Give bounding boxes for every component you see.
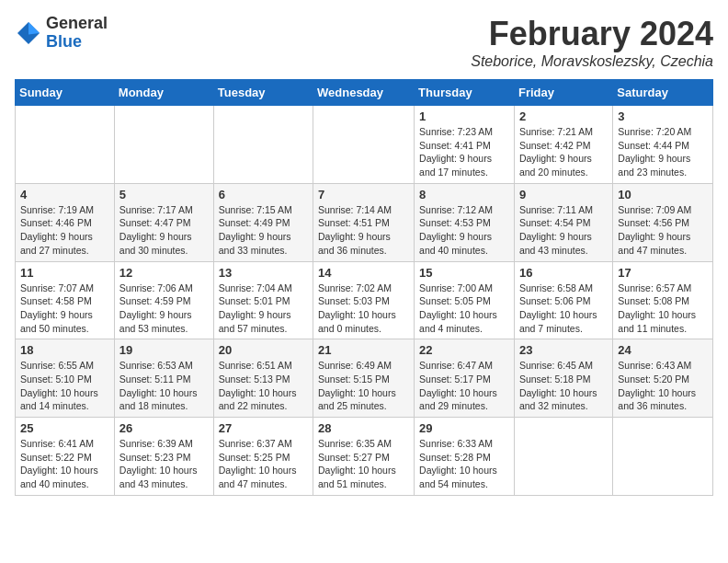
weekday-header: Friday	[514, 80, 612, 106]
day-number: 22	[419, 343, 509, 357]
day-info: Sunrise: 7:14 AM Sunset: 4:51 PM Dayligh…	[318, 203, 409, 258]
day-number: 15	[419, 266, 509, 280]
day-info: Sunrise: 6:45 AM Sunset: 5:18 PM Dayligh…	[519, 359, 608, 413]
day-number: 25	[20, 421, 109, 435]
calendar-cell	[16, 106, 115, 184]
day-number: 13	[219, 266, 308, 280]
calendar-cell: 7Sunrise: 7:14 AM Sunset: 4:51 PM Daylig…	[313, 183, 415, 261]
calendar-cell: 11Sunrise: 7:07 AM Sunset: 4:58 PM Dayli…	[16, 261, 115, 339]
calendar-cell: 10Sunrise: 7:09 AM Sunset: 4:56 PM Dayli…	[613, 183, 713, 261]
day-info: Sunrise: 7:02 AM Sunset: 5:03 PM Dayligh…	[318, 282, 409, 336]
calendar-cell: 15Sunrise: 7:00 AM Sunset: 5:05 PM Dayli…	[415, 261, 515, 339]
day-number: 8	[419, 188, 509, 201]
day-info: Sunrise: 6:37 AM Sunset: 5:25 PM Dayligh…	[219, 437, 308, 491]
day-number: 28	[318, 421, 409, 435]
calendar-cell: 13Sunrise: 7:04 AM Sunset: 5:01 PM Dayli…	[213, 261, 313, 339]
weekday-header: Wednesday	[313, 80, 415, 106]
weekday-header: Sunday	[16, 80, 115, 106]
day-number: 11	[20, 266, 109, 280]
day-info: Sunrise: 6:58 AM Sunset: 5:06 PM Dayligh…	[519, 282, 608, 336]
calendar-cell	[213, 106, 313, 184]
logo-icon	[15, 19, 42, 47]
day-info: Sunrise: 6:51 AM Sunset: 5:13 PM Dayligh…	[219, 359, 308, 413]
day-number: 2	[519, 109, 608, 123]
day-number: 3	[618, 109, 708, 123]
day-info: Sunrise: 6:39 AM Sunset: 5:23 PM Dayligh…	[119, 437, 209, 491]
calendar-body: 1Sunrise: 7:23 AM Sunset: 4:41 PM Daylig…	[16, 106, 713, 496]
calendar-cell: 25Sunrise: 6:41 AM Sunset: 5:22 PM Dayli…	[16, 418, 115, 496]
calendar-cell: 29Sunrise: 6:33 AM Sunset: 5:28 PM Dayli…	[415, 418, 515, 496]
weekday-header: Saturday	[613, 80, 713, 106]
day-info: Sunrise: 6:57 AM Sunset: 5:08 PM Dayligh…	[618, 282, 708, 336]
day-info: Sunrise: 7:21 AM Sunset: 4:42 PM Dayligh…	[519, 125, 608, 179]
calendar-cell: 28Sunrise: 6:35 AM Sunset: 5:27 PM Dayli…	[313, 418, 415, 496]
day-number: 26	[119, 421, 209, 435]
day-number: 14	[318, 266, 409, 280]
calendar-cell: 5Sunrise: 7:17 AM Sunset: 4:47 PM Daylig…	[114, 183, 213, 261]
day-number: 4	[20, 188, 109, 201]
calendar-cell	[114, 106, 213, 184]
calendar-title: February 2024	[471, 15, 713, 53]
day-info: Sunrise: 7:23 AM Sunset: 4:41 PM Dayligh…	[419, 125, 509, 179]
day-info: Sunrise: 6:47 AM Sunset: 5:17 PM Dayligh…	[419, 359, 509, 413]
calendar-cell: 23Sunrise: 6:45 AM Sunset: 5:18 PM Dayli…	[514, 339, 612, 418]
day-number: 27	[219, 421, 308, 435]
day-info: Sunrise: 7:12 AM Sunset: 4:53 PM Dayligh…	[419, 203, 509, 258]
calendar-cell: 9Sunrise: 7:11 AM Sunset: 4:54 PM Daylig…	[514, 183, 612, 261]
calendar-cell: 2Sunrise: 7:21 AM Sunset: 4:42 PM Daylig…	[514, 106, 612, 184]
day-number: 1	[419, 109, 509, 123]
calendar-cell: 18Sunrise: 6:55 AM Sunset: 5:10 PM Dayli…	[16, 339, 115, 418]
day-info: Sunrise: 7:04 AM Sunset: 5:01 PM Dayligh…	[219, 282, 308, 336]
day-info: Sunrise: 6:55 AM Sunset: 5:10 PM Dayligh…	[20, 359, 109, 413]
day-info: Sunrise: 7:11 AM Sunset: 4:54 PM Dayligh…	[519, 203, 608, 258]
calendar-cell: 3Sunrise: 7:20 AM Sunset: 4:44 PM Daylig…	[613, 106, 713, 184]
calendar-cell: 21Sunrise: 6:49 AM Sunset: 5:15 PM Dayli…	[313, 339, 415, 418]
calendar-cell	[514, 418, 612, 496]
calendar-cell	[613, 418, 713, 496]
day-number: 24	[618, 343, 708, 357]
weekday-header: Thursday	[415, 80, 515, 106]
calendar-cell: 22Sunrise: 6:47 AM Sunset: 5:17 PM Dayli…	[415, 339, 515, 418]
day-info: Sunrise: 6:33 AM Sunset: 5:28 PM Dayligh…	[419, 437, 509, 491]
logo-blue-text: Blue	[46, 33, 108, 52]
calendar-header: SundayMondayTuesdayWednesdayThursdayFrid…	[16, 80, 713, 106]
day-info: Sunrise: 6:53 AM Sunset: 5:11 PM Dayligh…	[119, 359, 209, 413]
calendar-cell: 1Sunrise: 7:23 AM Sunset: 4:41 PM Daylig…	[415, 106, 515, 184]
calendar-cell: 24Sunrise: 6:43 AM Sunset: 5:20 PM Dayli…	[613, 339, 713, 418]
calendar-week-row: 4Sunrise: 7:19 AM Sunset: 4:46 PM Daylig…	[16, 183, 713, 261]
calendar-cell: 14Sunrise: 7:02 AM Sunset: 5:03 PM Dayli…	[313, 261, 415, 339]
day-info: Sunrise: 7:06 AM Sunset: 4:59 PM Dayligh…	[119, 282, 209, 336]
title-section: February 2024 Steborice, Moravskoslezsky…	[471, 15, 713, 70]
calendar-subtitle: Steborice, Moravskoslezsky, Czechia	[471, 53, 713, 70]
day-number: 19	[119, 343, 209, 357]
day-number: 29	[419, 421, 509, 435]
calendar-cell: 4Sunrise: 7:19 AM Sunset: 4:46 PM Daylig…	[16, 183, 115, 261]
calendar-week-row: 11Sunrise: 7:07 AM Sunset: 4:58 PM Dayli…	[16, 261, 713, 339]
weekday-row: SundayMondayTuesdayWednesdayThursdayFrid…	[16, 80, 713, 106]
weekday-header: Tuesday	[213, 80, 313, 106]
day-number: 5	[119, 188, 209, 201]
calendar-cell: 17Sunrise: 6:57 AM Sunset: 5:08 PM Dayli…	[613, 261, 713, 339]
day-number: 21	[318, 343, 409, 357]
logo-text: General Blue	[46, 15, 108, 52]
day-info: Sunrise: 6:49 AM Sunset: 5:15 PM Dayligh…	[318, 359, 409, 413]
calendar-cell: 27Sunrise: 6:37 AM Sunset: 5:25 PM Dayli…	[213, 418, 313, 496]
day-info: Sunrise: 7:19 AM Sunset: 4:46 PM Dayligh…	[20, 203, 109, 258]
logo-general-text: General	[46, 15, 108, 33]
day-number: 10	[618, 188, 708, 201]
day-number: 9	[519, 188, 608, 201]
day-number: 6	[219, 188, 308, 201]
header: General Blue February 2024 Steborice, Mo…	[15, 15, 713, 70]
calendar-cell: 6Sunrise: 7:15 AM Sunset: 4:49 PM Daylig…	[213, 183, 313, 261]
day-info: Sunrise: 7:07 AM Sunset: 4:58 PM Dayligh…	[20, 282, 109, 336]
calendar-cell: 19Sunrise: 6:53 AM Sunset: 5:11 PM Dayli…	[114, 339, 213, 418]
day-info: Sunrise: 7:15 AM Sunset: 4:49 PM Dayligh…	[219, 203, 308, 258]
calendar-week-row: 1Sunrise: 7:23 AM Sunset: 4:41 PM Daylig…	[16, 106, 713, 184]
calendar-cell: 12Sunrise: 7:06 AM Sunset: 4:59 PM Dayli…	[114, 261, 213, 339]
day-info: Sunrise: 6:43 AM Sunset: 5:20 PM Dayligh…	[618, 359, 708, 413]
calendar-cell: 26Sunrise: 6:39 AM Sunset: 5:23 PM Dayli…	[114, 418, 213, 496]
day-number: 20	[219, 343, 308, 357]
svg-marker-1	[28, 22, 40, 35]
day-number: 17	[618, 266, 708, 280]
day-info: Sunrise: 7:17 AM Sunset: 4:47 PM Dayligh…	[119, 203, 209, 258]
